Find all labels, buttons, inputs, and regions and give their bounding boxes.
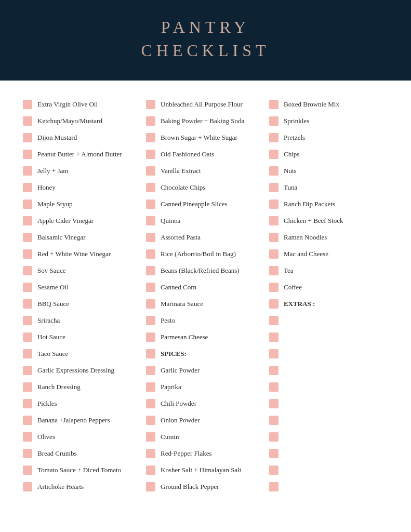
checkbox[interactable] bbox=[146, 183, 155, 192]
list-item[interactable]: Dijon Mustard bbox=[21, 129, 144, 146]
list-item[interactable]: BBQ Sauce bbox=[21, 296, 144, 312]
checkbox[interactable] bbox=[269, 432, 279, 442]
checkbox[interactable] bbox=[23, 299, 32, 309]
list-item[interactable] bbox=[267, 312, 390, 329]
list-item[interactable]: Paprika bbox=[144, 379, 267, 395]
list-item[interactable]: Ranch Dip Packets bbox=[267, 196, 390, 212]
list-item[interactable]: Beans (Black/Refried Beans) bbox=[144, 262, 267, 279]
checkbox[interactable] bbox=[23, 266, 32, 275]
list-item[interactable]: Parmesan Cheese bbox=[144, 329, 267, 345]
list-item[interactable]: Chips bbox=[267, 146, 390, 163]
checkbox[interactable] bbox=[269, 316, 279, 325]
list-item[interactable]: Peanut Butter + Almond Butter bbox=[21, 146, 144, 163]
list-item[interactable]: Baking Powder + Baking Soda bbox=[144, 113, 267, 129]
checkbox[interactable] bbox=[23, 216, 32, 225]
checkbox[interactable] bbox=[23, 366, 32, 375]
list-item[interactable]: Balsamic Vinegar bbox=[21, 229, 144, 246]
checkbox[interactable] bbox=[146, 116, 155, 126]
list-item[interactable]: Chili Powder bbox=[144, 395, 267, 412]
checkbox[interactable] bbox=[146, 332, 155, 342]
list-item[interactable]: Kosher Salt + Himalayan Salt bbox=[144, 462, 267, 478]
list-item[interactable]: Soy Sauce bbox=[21, 262, 144, 279]
checkbox[interactable] bbox=[146, 399, 155, 408]
checkbox[interactable] bbox=[269, 299, 279, 309]
checkbox[interactable] bbox=[23, 399, 32, 408]
list-item[interactable] bbox=[267, 362, 390, 379]
checkbox[interactable] bbox=[269, 482, 279, 491]
checkbox[interactable] bbox=[269, 332, 279, 342]
checkbox[interactable] bbox=[146, 449, 155, 458]
list-item[interactable]: Unbleached All Purpose Flour bbox=[144, 96, 267, 113]
checkbox[interactable] bbox=[23, 166, 32, 176]
checkbox[interactable] bbox=[146, 382, 155, 392]
list-item[interactable] bbox=[267, 412, 390, 429]
list-item[interactable] bbox=[267, 395, 390, 412]
list-item[interactable]: Garlic Expressions Dressing bbox=[21, 362, 144, 379]
list-item[interactable]: Quinoa bbox=[144, 212, 267, 229]
checkbox[interactable] bbox=[23, 382, 32, 392]
list-item[interactable]: Canned Corn bbox=[144, 279, 267, 296]
list-item[interactable]: Maple Sryup bbox=[21, 196, 144, 212]
checkbox[interactable] bbox=[23, 283, 32, 292]
checkbox[interactable] bbox=[23, 466, 32, 475]
checkbox[interactable] bbox=[269, 116, 279, 126]
list-item[interactable]: Brown Sugar + White Sugar bbox=[144, 129, 267, 146]
list-item[interactable] bbox=[267, 478, 390, 495]
checkbox[interactable] bbox=[269, 100, 279, 109]
list-item[interactable]: Mac and Cheese bbox=[267, 246, 390, 262]
list-item[interactable]: Ground Black Pepper bbox=[144, 478, 267, 495]
checkbox[interactable] bbox=[146, 283, 155, 292]
checkbox[interactable] bbox=[269, 183, 279, 192]
checkbox[interactable] bbox=[269, 166, 279, 176]
checkbox[interactable] bbox=[23, 449, 32, 458]
list-item[interactable]: Pretzels bbox=[267, 129, 390, 146]
checkbox[interactable] bbox=[146, 482, 155, 491]
checkbox[interactable] bbox=[269, 382, 279, 392]
checkbox[interactable] bbox=[23, 116, 32, 126]
list-item[interactable] bbox=[267, 445, 390, 462]
checkbox[interactable] bbox=[146, 349, 155, 358]
list-item[interactable]: Artichoke Hearts bbox=[21, 478, 144, 495]
list-item[interactable]: Ranch Dressing bbox=[21, 379, 144, 395]
list-item[interactable]: Ramen Noodles bbox=[267, 229, 390, 246]
list-item[interactable]: Jelly + Jam bbox=[21, 163, 144, 179]
list-item[interactable]: Red-Pepper Flakes bbox=[144, 445, 267, 462]
checkbox[interactable] bbox=[269, 466, 279, 475]
checkbox[interactable] bbox=[23, 233, 32, 242]
list-item[interactable]: Assorted Pasta bbox=[144, 229, 267, 246]
list-item[interactable]: Red + White Wine Vinegar bbox=[21, 246, 144, 262]
list-item[interactable]: Sesame Oil bbox=[21, 279, 144, 296]
checkbox[interactable] bbox=[146, 266, 155, 275]
list-item[interactable]: EXTRAS : bbox=[267, 296, 390, 312]
checkbox[interactable] bbox=[146, 150, 155, 159]
checkbox[interactable] bbox=[23, 482, 32, 491]
list-item[interactable]: Nuts bbox=[267, 163, 390, 179]
checkbox[interactable] bbox=[146, 100, 155, 109]
checkbox[interactable] bbox=[146, 233, 155, 242]
checkbox[interactable] bbox=[23, 200, 32, 209]
checkbox[interactable] bbox=[146, 416, 155, 425]
list-item[interactable]: Cumin bbox=[144, 429, 267, 445]
list-item[interactable]: Sriracha bbox=[21, 312, 144, 329]
checkbox[interactable] bbox=[269, 416, 279, 425]
checkbox[interactable] bbox=[23, 249, 32, 259]
list-item[interactable]: SPICES: bbox=[144, 345, 267, 362]
checkbox[interactable] bbox=[269, 366, 279, 375]
checkbox[interactable] bbox=[146, 466, 155, 475]
list-item[interactable]: Marinara Sauce bbox=[144, 296, 267, 312]
checkbox[interactable] bbox=[23, 183, 32, 192]
checkbox[interactable] bbox=[146, 133, 155, 142]
list-item[interactable]: Boxed Brownie Mix bbox=[267, 96, 390, 113]
list-item[interactable]: Apple Cider Vinegar bbox=[21, 212, 144, 229]
checkbox[interactable] bbox=[23, 100, 32, 109]
checkbox[interactable] bbox=[269, 133, 279, 142]
checkbox[interactable] bbox=[269, 449, 279, 458]
list-item[interactable]: Extra Virgin Olive Oil bbox=[21, 96, 144, 113]
list-item[interactable]: Rice (Arborrio/Boil in Bag) bbox=[144, 246, 267, 262]
checkbox[interactable] bbox=[23, 133, 32, 142]
list-item[interactable] bbox=[267, 379, 390, 395]
checkbox[interactable] bbox=[23, 316, 32, 325]
list-item[interactable]: Garlic Powder bbox=[144, 362, 267, 379]
list-item[interactable] bbox=[267, 429, 390, 445]
checkbox[interactable] bbox=[269, 216, 279, 225]
